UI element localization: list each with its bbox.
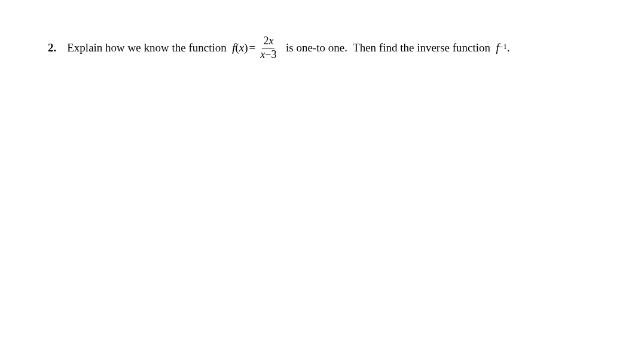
paren-close: ) [244, 41, 248, 55]
denominator-constant: 3 [271, 48, 276, 60]
function-variable: x [239, 41, 244, 55]
equals-sign: = [249, 41, 256, 55]
text-middle: is one-to one. Then find the inverse fun… [280, 41, 496, 55]
problem-number: 2. [48, 41, 56, 55]
fraction: 2x x−3 [259, 35, 277, 61]
denominator: x−3 [259, 48, 277, 62]
text-before-function: Explain how we know the function [67, 41, 232, 55]
inverse-exponent: −1 [499, 42, 507, 51]
period: . [507, 41, 510, 55]
denominator-operator: − [265, 48, 271, 60]
numerator-variable: x [268, 35, 273, 47]
numerator: 2x [262, 35, 274, 48]
problem-2: 2. Explain how we know the function f ( … [48, 35, 596, 61]
